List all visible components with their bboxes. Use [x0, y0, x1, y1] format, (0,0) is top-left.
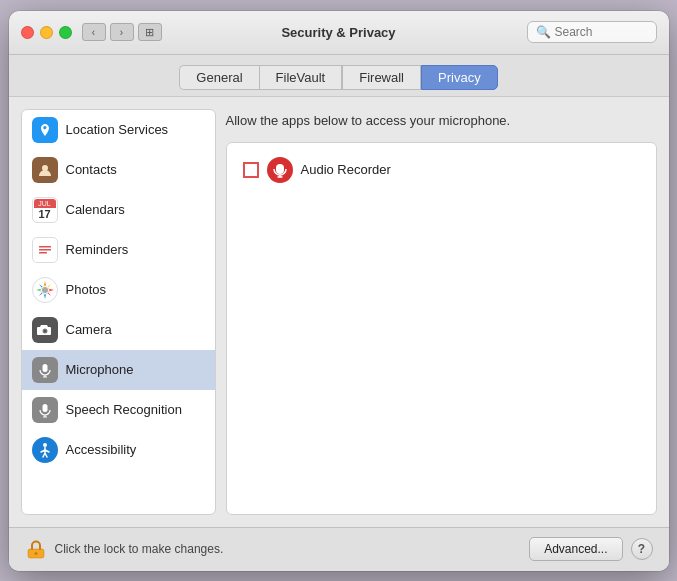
tab-privacy[interactable]: Privacy [421, 65, 498, 90]
main-window: ‹ › ⊞ Security & Privacy 🔍 General FileV… [9, 11, 669, 571]
sidebar-item-contacts[interactable]: Contacts [22, 150, 215, 190]
content-area: Location Services Contacts JUL 17 Calend… [9, 97, 669, 527]
tab-general[interactable]: General [179, 65, 258, 90]
sidebar-item-speech[interactable]: Speech Recognition [22, 390, 215, 430]
sidebar-label-contacts: Contacts [66, 162, 117, 177]
svg-rect-10 [42, 404, 47, 412]
titlebar: ‹ › ⊞ Security & Privacy 🔍 [9, 11, 669, 55]
svg-point-13 [43, 443, 47, 447]
sidebar-item-location[interactable]: Location Services [22, 110, 215, 150]
search-box[interactable]: 🔍 [527, 21, 657, 43]
svg-rect-7 [42, 364, 47, 372]
svg-point-6 [43, 329, 46, 332]
sidebar-item-accessibility[interactable]: Accessibility [22, 430, 215, 470]
location-icon [32, 117, 58, 143]
contacts-icon [32, 157, 58, 183]
accessibility-icon [32, 437, 58, 463]
advanced-button[interactable]: Advanced... [529, 537, 622, 561]
tab-firewall[interactable]: Firewall [342, 65, 421, 90]
photos-icon [32, 277, 58, 303]
app-list-box: Audio Recorder [226, 142, 657, 515]
help-button[interactable]: ? [631, 538, 653, 560]
app-name-audio-recorder: Audio Recorder [301, 162, 391, 177]
sidebar-item-reminders[interactable]: Reminders [22, 230, 215, 270]
svg-rect-14 [276, 164, 284, 174]
sidebar-label-calendars: Calendars [66, 202, 125, 217]
svg-rect-2 [39, 249, 51, 251]
search-input[interactable] [555, 25, 648, 39]
sidebar-label-reminders: Reminders [66, 242, 129, 257]
sidebar-label-speech: Speech Recognition [66, 402, 182, 417]
footer: Click the lock to make changes. Advanced… [9, 527, 669, 571]
grid-button[interactable]: ⊞ [138, 23, 162, 41]
sidebar-label-microphone: Microphone [66, 362, 134, 377]
svg-point-4 [42, 287, 48, 293]
sidebar-label-camera: Camera [66, 322, 112, 337]
main-description: Allow the apps below to access your micr… [226, 109, 657, 132]
sidebar-item-microphone[interactable]: Microphone [22, 350, 215, 390]
window-title: Security & Privacy [281, 25, 395, 40]
sidebar-item-calendars[interactable]: JUL 17 Calendars [22, 190, 215, 230]
traffic-lights [21, 26, 72, 39]
sidebar-label-photos: Photos [66, 282, 106, 297]
svg-rect-1 [39, 246, 51, 248]
tab-filevault[interactable]: FileVault [259, 65, 343, 90]
svg-point-18 [34, 552, 37, 555]
forward-button[interactable]: › [110, 23, 134, 41]
minimize-button[interactable] [40, 26, 53, 39]
search-icon: 🔍 [536, 25, 551, 39]
microphone-icon [32, 357, 58, 383]
maximize-button[interactable] [59, 26, 72, 39]
lock-icon[interactable] [25, 538, 47, 560]
speech-icon [32, 397, 58, 423]
close-button[interactable] [21, 26, 34, 39]
svg-rect-3 [39, 252, 47, 254]
sidebar-item-camera[interactable]: Camera [22, 310, 215, 350]
reminders-icon [32, 237, 58, 263]
app-row: Audio Recorder [235, 151, 648, 189]
sidebar: Location Services Contacts JUL 17 Calend… [21, 109, 216, 515]
main-panel: Allow the apps below to access your micr… [226, 109, 657, 515]
sidebar-label-location: Location Services [66, 122, 169, 137]
app-checkbox-audio-recorder[interactable] [243, 162, 259, 178]
app-icon-audio-recorder [267, 157, 293, 183]
tabs-bar: General FileVault Firewall Privacy [9, 55, 669, 97]
back-button[interactable]: ‹ [82, 23, 106, 41]
nav-buttons: ‹ › [82, 23, 134, 41]
calendars-icon: JUL 17 [32, 197, 58, 223]
sidebar-item-photos[interactable]: Photos [22, 270, 215, 310]
camera-icon [32, 317, 58, 343]
footer-lock-text: Click the lock to make changes. [55, 542, 522, 556]
sidebar-label-accessibility: Accessibility [66, 442, 137, 457]
